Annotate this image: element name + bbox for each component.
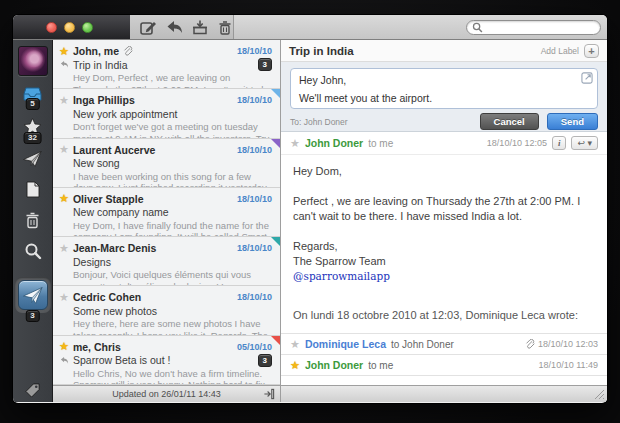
message-from: John Doner: [305, 137, 363, 149]
titlebar-list-section: [130, 15, 234, 39]
conversation-header: Trip in India Add Label +: [281, 40, 607, 62]
star-icon[interactable]: ★: [59, 95, 69, 106]
search-field[interactable]: [466, 20, 601, 35]
list-item[interactable]: ★ John, me 18/10/10 Trip in India 3: [53, 40, 280, 89]
reply-line: We'll meet you at the airport.: [299, 92, 589, 104]
reply-dropdown-button[interactable]: ↩ ▾: [571, 136, 598, 150]
subject: New company name: [73, 206, 169, 218]
sidebar-item-labels[interactable]: [13, 383, 52, 398]
sidebar-item-drafts[interactable]: [26, 181, 40, 198]
trash-button[interactable]: [217, 18, 233, 36]
body-signature: The Sparrow Team: [293, 254, 595, 269]
list-item[interactable]: ★ Oliver Stapple 18/10/10 New company na…: [53, 188, 280, 237]
updated-status: Updated on 26/01/11 14:43: [112, 389, 220, 399]
sidebar-item-sent[interactable]: [23, 151, 42, 167]
message-to: to me: [368, 360, 393, 371]
message-to: to John Doner: [391, 339, 454, 350]
resize-grip[interactable]: [594, 389, 605, 400]
sidebar: 5 32: [13, 40, 53, 402]
panel-toggle-icon[interactable]: [263, 388, 275, 400]
starred-badge: 32: [23, 132, 42, 144]
list-item[interactable]: ★ me, Chris 05/10/10 Sparrow Beta is out…: [53, 336, 280, 385]
tag-icon: [25, 383, 40, 398]
add-label-button[interactable]: +: [584, 44, 599, 58]
preview: Bonjour, Voici quelques éléments qui vou…: [59, 269, 272, 286]
send-button[interactable]: Send: [547, 113, 598, 130]
info-button[interactable]: i: [552, 136, 567, 150]
twitter-link[interactable]: @sparrowmailapp: [293, 270, 390, 282]
star-icon[interactable]: ★: [290, 138, 300, 149]
date: 05/10/10: [237, 342, 272, 352]
sidebar-item-starred[interactable]: 32: [23, 118, 42, 135]
sidebar-item-sparrow-selected[interactable]: 3: [15, 277, 51, 313]
date: 18/10/10: [237, 243, 272, 253]
message-header[interactable]: ★ John Doner to me 18/10/10 12:05 i ↩ ▾: [281, 132, 607, 155]
unread-corner: [271, 89, 280, 98]
sparrow-folder-badge: 3: [25, 310, 39, 322]
sender: Inga Phillips: [73, 94, 135, 106]
sender: Oliver Stapple: [73, 193, 144, 205]
star-icon[interactable]: ★: [59, 243, 69, 254]
expand-compose-icon[interactable]: [581, 72, 593, 84]
list-item[interactable]: ★ Jean-Marc Denis 18/10/10 Designs Bonjo…: [53, 237, 280, 286]
reading-pane: Trip in India Add Label + Hey John, We'l…: [281, 40, 607, 402]
close-window-button[interactable]: [46, 22, 57, 33]
sparrow-plane-icon: [18, 280, 48, 310]
search-icon: [24, 242, 42, 260]
titlebar-main-section: [234, 15, 607, 39]
document-icon: [26, 181, 40, 198]
sidebar-item-trash[interactable]: [25, 212, 40, 229]
thread-count-badge: 3: [258, 354, 272, 367]
date: 18/10/10: [237, 292, 272, 302]
star-icon[interactable]: ★: [59, 144, 69, 155]
archive-button[interactable]: [192, 18, 208, 36]
preview: Hey Dom, I have finally found the name f…: [59, 220, 272, 237]
quick-reply-editor[interactable]: Hey John, We'll meet you at the airport.: [290, 68, 598, 109]
zoom-window-button[interactable]: [82, 22, 93, 33]
sidebar-item-search[interactable]: [24, 242, 42, 260]
sender: me, Chris: [73, 341, 121, 353]
collapsed-messages: ★ Dominique Leca to John Doner 18/10/10 …: [281, 333, 607, 385]
thread-count-badge: 3: [258, 58, 272, 71]
sender: Laurent Aucerve: [73, 144, 155, 156]
unread-corner: [271, 237, 280, 246]
collapsed-message[interactable]: ★ Dominique Leca to John Doner 18/10/10 …: [281, 333, 607, 354]
list-item[interactable]: ★ Laurent Aucerve 18/10/10 New song I ha…: [53, 139, 280, 188]
star-icon[interactable]: ★: [59, 292, 69, 303]
cancel-button[interactable]: Cancel: [480, 113, 539, 130]
list-item[interactable]: ★ Inga Phillips 18/10/10 New york appoin…: [53, 89, 280, 138]
collapsed-message[interactable]: ★ John Doner to me 18/10/10 11:49: [281, 354, 607, 375]
body-regards: Regards,: [293, 239, 595, 254]
date: 18/10/10: [237, 46, 272, 56]
star-icon[interactable]: ★: [59, 193, 69, 204]
star-icon[interactable]: ★: [290, 360, 300, 371]
body-paragraph: Perfect , we are leaving on Thursady the…: [293, 194, 595, 224]
star-icon[interactable]: ★: [290, 339, 300, 350]
preview: Don't forget we've got a meeting on tues…: [59, 121, 272, 138]
message-datetime: 18/10/10 12:05: [487, 138, 547, 148]
reply-line: Hey John,: [299, 74, 589, 86]
body-greeting: Hey Dom,: [293, 164, 595, 179]
search-input[interactable]: [486, 22, 586, 32]
subject: New song: [73, 157, 120, 169]
minimize-window-button[interactable]: [64, 22, 75, 33]
star-icon[interactable]: ★: [59, 46, 69, 57]
search-icon: [472, 22, 483, 33]
unread-corner: [271, 336, 280, 345]
preview: Hello Chris, No we don't have a firm tim…: [59, 368, 272, 385]
compose-button[interactable]: [140, 18, 157, 36]
user-avatar[interactable]: [18, 46, 48, 76]
email-list: ★ John, me 18/10/10 Trip in India 3: [53, 40, 281, 402]
reply-button[interactable]: [166, 18, 183, 36]
quick-reply-area: Hey John, We'll meet you at the airport.…: [281, 62, 607, 132]
list-footer: Updated on 26/01/11 14:43: [53, 385, 280, 402]
sidebar-item-inbox[interactable]: 5: [23, 87, 42, 101]
app-window: 5 32: [13, 15, 607, 403]
star-icon[interactable]: ★: [59, 341, 69, 352]
unread-corner: [271, 139, 280, 148]
subject: Designs: [73, 256, 111, 268]
titlebar-sidebar-section: [13, 15, 130, 39]
trash-icon: [25, 212, 40, 229]
list-item[interactable]: ★ Cedric Cohen 18/10/10 Some new photos …: [53, 286, 280, 335]
message-from: John Doner: [305, 359, 363, 371]
